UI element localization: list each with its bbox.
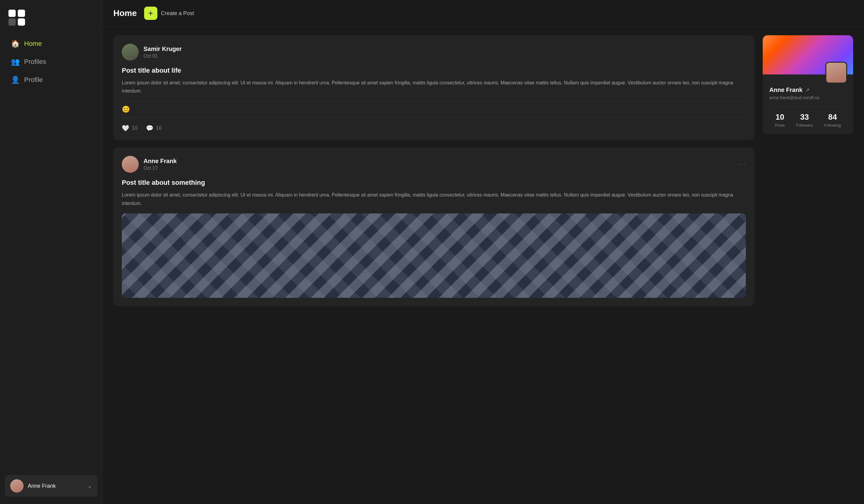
page-header: Home + Create a Post [103, 0, 864, 27]
post-body-1: Lorem ipsum dolor sit amet, consectetur … [122, 79, 746, 95]
comment-icon-1: 💬 [146, 124, 154, 132]
profiles-icon: 👥 [11, 58, 19, 66]
logo-cell-2 [18, 10, 25, 17]
stat-following-label: Following [824, 123, 841, 128]
logo-cell-3 [9, 19, 16, 26]
post-author-name-1: Samir Kruger [144, 46, 746, 52]
post-meta-1: Samir Kruger Oct 01 [144, 46, 746, 59]
comment-button-1[interactable]: 💬 10 [146, 124, 161, 132]
profile-icon: 👤 [11, 76, 19, 84]
sidebar-nav: 🏠 Home 👥 Profiles 👤 Profile [0, 35, 102, 468]
app-logo [0, 7, 102, 35]
comment-count-1: 10 [156, 125, 161, 131]
content-area: Samir Kruger Oct 01 Post title about lif… [103, 27, 864, 315]
main-content: Home + Create a Post Samir Kruger Oct 01 [103, 0, 864, 504]
logo-cell-1 [9, 10, 16, 17]
post-actions-1: 🤍 10 💬 10 [122, 122, 746, 132]
post-author-avatar-1 [122, 44, 139, 61]
stat-following: 84 Following [824, 112, 841, 128]
post-date-2: Oct 17 [144, 166, 734, 171]
sidebar-item-label-profile: Profile [24, 76, 43, 84]
post-author-avatar-2 [122, 156, 139, 173]
post-image-2 [122, 213, 746, 298]
sidebar-user-avatar [10, 479, 24, 493]
stat-following-value: 84 [824, 112, 841, 122]
create-post-button[interactable]: + Create a Post [144, 7, 194, 20]
stat-followers-label: Followers [796, 123, 813, 128]
stat-posts-label: Posts [775, 123, 785, 128]
stat-posts-value: 10 [775, 112, 785, 122]
profile-email: anne.frank@stud.noroff.no [769, 95, 847, 100]
heart-icon-1: 🤍 [122, 124, 129, 132]
like-count-1: 10 [132, 125, 137, 131]
stat-followers: 33 Followers [796, 112, 813, 128]
post-title-2: Post title about something [122, 179, 746, 187]
profile-name: Anne Frank [769, 86, 803, 94]
profile-card: Anne Frank ↗ anne.frank@stud.noroff.no 1… [763, 35, 853, 134]
profile-banner [763, 35, 853, 74]
post-author-name-2: Anne Frank [144, 158, 734, 165]
post-card-2: Anne Frank Oct 17 ··· Post title about s… [113, 147, 754, 306]
post-divider-2 [122, 118, 746, 118]
profile-stats: 10 Posts 33 Followers 84 Following [769, 107, 847, 128]
like-button-1[interactable]: 🤍 10 [122, 124, 137, 132]
profile-avatar [825, 62, 847, 84]
chevron-down-icon: ⌄ [87, 483, 92, 489]
profile-name-row: Anne Frank ↗ [769, 86, 847, 94]
home-icon: 🏠 [11, 39, 19, 48]
create-post-label: Create a Post [161, 10, 194, 16]
sidebar: 🏠 Home 👥 Profiles 👤 Profile Anne Frank ⌄ [0, 0, 103, 504]
sidebar-item-label-home: Home [24, 40, 42, 48]
sidebar-user-panel[interactable]: Anne Frank ⌄ [5, 475, 97, 497]
post-emoji-1: 😊 [122, 106, 746, 113]
sidebar-item-profile[interactable]: 👤 Profile [5, 71, 97, 88]
post-date-1: Oct 01 [144, 53, 746, 59]
sidebar-item-label-profiles: Profiles [24, 58, 46, 66]
post-body-2: Lorem ipsum dolor sit amet, consectetur … [122, 191, 746, 207]
sidebar-user-name: Anne Frank [28, 483, 83, 489]
feed: Samir Kruger Oct 01 Post title about lif… [113, 35, 754, 306]
plus-icon: + [144, 7, 157, 20]
post-more-button-2[interactable]: ··· [739, 160, 746, 168]
post-meta-2: Anne Frank Oct 17 [144, 158, 734, 171]
post-card-1: Samir Kruger Oct 01 Post title about lif… [113, 35, 754, 140]
post-header-1: Samir Kruger Oct 01 [122, 44, 746, 61]
sidebar-item-home[interactable]: 🏠 Home [5, 35, 97, 52]
stat-followers-value: 33 [796, 112, 813, 122]
page-title: Home [113, 9, 137, 18]
right-panel: Anne Frank ↗ anne.frank@stud.noroff.no 1… [763, 35, 853, 134]
stat-posts: 10 Posts [775, 112, 785, 128]
external-link-icon[interactable]: ↗ [805, 87, 809, 93]
post-title-1: Post title about life [122, 67, 746, 74]
post-header-2: Anne Frank Oct 17 ··· [122, 156, 746, 173]
logo-cell-4 [18, 19, 25, 26]
sidebar-item-profiles[interactable]: 👥 Profiles [5, 53, 97, 70]
